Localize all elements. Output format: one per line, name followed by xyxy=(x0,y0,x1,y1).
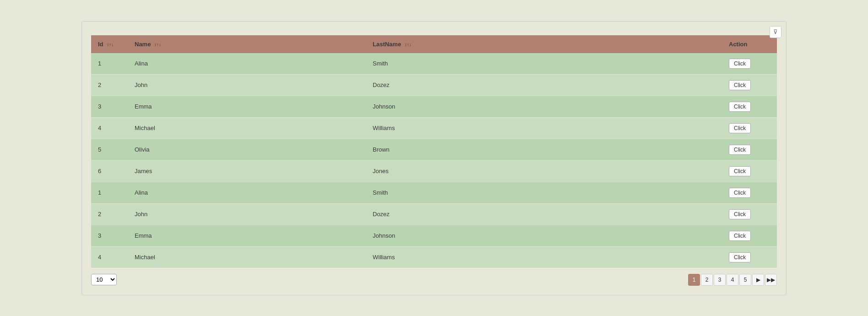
cell-id: 6 xyxy=(91,160,128,182)
col-name-label: Name xyxy=(135,41,151,48)
cell-id: 2 xyxy=(91,74,128,96)
cell-name: John xyxy=(128,203,366,225)
page-1-button[interactable]: 1 xyxy=(688,274,700,286)
cell-name: James xyxy=(128,160,366,182)
cell-id: 2 xyxy=(91,203,128,225)
cell-action: Click xyxy=(722,96,777,117)
cell-action: Click xyxy=(722,53,777,75)
rows-per-page-select[interactable]: 10 25 50 100 xyxy=(91,274,117,285)
cell-name: Alina xyxy=(128,182,366,203)
cell-lastname: Dozez xyxy=(366,203,722,225)
col-header-name[interactable]: Name ↕↑↓ xyxy=(128,35,366,53)
pagination-controls: 1 2 3 4 5 ▶ ▶▶ xyxy=(688,274,777,286)
col-lastname-sort-icon: ↕↑↓ xyxy=(405,42,412,47)
cell-lastname: Brown xyxy=(366,139,722,160)
col-id-sort-icon: ↕↑↓ xyxy=(107,42,114,47)
cell-id: 3 xyxy=(91,225,128,246)
cell-action: Click xyxy=(722,139,777,160)
data-table: Id ↕↑↓ Name ↕↑↓ LastName ↕↑↓ Action 1Ali… xyxy=(91,35,777,268)
action-click-button[interactable]: Click xyxy=(729,102,751,112)
cell-lastname: Dozez xyxy=(366,74,722,96)
pagination-bar: 10 25 50 100 1 2 3 4 5 ▶ ▶▶ xyxy=(91,274,777,286)
cell-name: Michael xyxy=(128,117,366,139)
cell-action: Click xyxy=(722,117,777,139)
cell-lastname: Williams xyxy=(366,117,722,139)
table-row: 2JohnDozezClick xyxy=(91,203,777,225)
col-header-id[interactable]: Id ↕↑↓ xyxy=(91,35,128,53)
col-name-sort-icon: ↕↑↓ xyxy=(154,42,161,47)
table-body: 1AlinaSmithClick2JohnDozezClick3EmmaJohn… xyxy=(91,53,777,268)
cell-name: Emma xyxy=(128,225,366,246)
table-row: 5OliviaBrownClick xyxy=(91,139,777,160)
cell-name: Olivia xyxy=(128,139,366,160)
page-3-button[interactable]: 3 xyxy=(714,274,726,286)
table-row: 1AlinaSmithClick xyxy=(91,53,777,75)
filter-icon: ⊽ xyxy=(773,28,778,35)
table-row: 4MichaelWilliamsClick xyxy=(91,117,777,139)
action-click-button[interactable]: Click xyxy=(729,166,751,176)
cell-name: Emma xyxy=(128,96,366,117)
next-page-button[interactable]: ▶ xyxy=(752,274,764,286)
cell-action: Click xyxy=(722,203,777,225)
col-header-lastname[interactable]: LastName ↕↑↓ xyxy=(366,35,722,53)
cell-lastname: Johnson xyxy=(366,225,722,246)
table-row: 3EmmaJohnsonClick xyxy=(91,96,777,117)
cell-id: 4 xyxy=(91,117,128,139)
action-click-button[interactable]: Click xyxy=(729,188,751,198)
cell-lastname: Williams xyxy=(366,246,722,268)
table-header-row: Id ↕↑↓ Name ↕↑↓ LastName ↕↑↓ Action xyxy=(91,35,777,53)
action-click-button[interactable]: Click xyxy=(729,145,751,155)
main-container: ⊽ Id ↕↑↓ Name ↕↑↓ LastName ↕↑↓ Action xyxy=(81,21,787,295)
page-2-button[interactable]: 2 xyxy=(701,274,713,286)
cell-action: Click xyxy=(722,182,777,203)
cell-action: Click xyxy=(722,74,777,96)
filter-button[interactable]: ⊽ xyxy=(770,26,781,38)
cell-id: 3 xyxy=(91,96,128,117)
action-click-button[interactable]: Click xyxy=(729,209,751,219)
cell-id: 5 xyxy=(91,139,128,160)
col-lastname-label: LastName xyxy=(373,41,401,48)
action-click-button[interactable]: Click xyxy=(729,59,751,69)
cell-lastname: Smith xyxy=(366,182,722,203)
cell-lastname: Johnson xyxy=(366,96,722,117)
cell-name: Michael xyxy=(128,246,366,268)
table-row: 4MichaelWilliamsClick xyxy=(91,246,777,268)
page-4-button[interactable]: 4 xyxy=(727,274,738,286)
cell-name: Alina xyxy=(128,53,366,75)
cell-lastname: Smith xyxy=(366,53,722,75)
last-page-button[interactable]: ▶▶ xyxy=(765,274,777,286)
table-row: 3EmmaJohnsonClick xyxy=(91,225,777,246)
table-row: 6JamesJonesClick xyxy=(91,160,777,182)
action-click-button[interactable]: Click xyxy=(729,252,751,262)
table-row: 1AlinaSmithClick xyxy=(91,182,777,203)
col-id-label: Id xyxy=(98,41,103,48)
table-row: 2JohnDozezClick xyxy=(91,74,777,96)
page-5-button[interactable]: 5 xyxy=(739,274,751,286)
col-action-label: Action xyxy=(729,41,747,48)
cell-action: Click xyxy=(722,225,777,246)
cell-id: 4 xyxy=(91,246,128,268)
col-header-action: Action xyxy=(722,35,777,53)
action-click-button[interactable]: Click xyxy=(729,231,751,241)
cell-action: Click xyxy=(722,160,777,182)
cell-action: Click xyxy=(722,246,777,268)
cell-name: John xyxy=(128,74,366,96)
cell-id: 1 xyxy=(91,182,128,203)
cell-lastname: Jones xyxy=(366,160,722,182)
action-click-button[interactable]: Click xyxy=(729,80,751,90)
action-click-button[interactable]: Click xyxy=(729,123,751,133)
cell-id: 1 xyxy=(91,53,128,75)
